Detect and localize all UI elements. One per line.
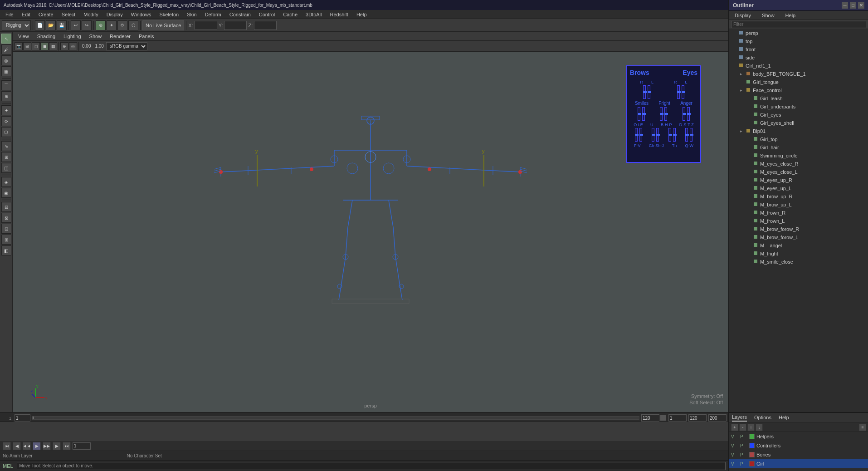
tree-item-0[interactable]: persp [729,29,868,37]
layer-p-1[interactable]: P [740,443,747,448]
y-input[interactable] [224,21,247,30]
menu-item-windows[interactable]: Windows [127,11,155,18]
layer-row-3[interactable]: VPGirl [729,459,868,468]
viewport-menu-shading[interactable]: Shading [34,33,59,40]
menu-item-redshift[interactable]: Redshift [327,11,352,18]
tree-item-8[interactable]: Girl_leash [729,94,868,103]
layer-menu-btn[interactable]: ≡ [859,424,866,431]
skip-end-btn[interactable]: ⏭ [63,442,71,450]
layer-del-btn[interactable]: - [739,424,746,431]
menu-item-skin[interactable]: Skin [183,11,200,18]
layer-p-2[interactable]: P [740,452,747,457]
layers-tab-layers[interactable]: Layers [732,414,747,422]
open-scene-btn[interactable]: 📂 [46,20,56,30]
tree-item-23[interactable]: M_frown_L [729,217,868,225]
outliner-close[interactable]: ✕ [858,2,864,9]
viewport-menu-renderer[interactable]: Renderer [106,33,134,40]
layer-btn5[interactable]: ◧ [1,245,11,255]
tree-item-9[interactable]: Girl_underpants [729,103,868,111]
layer-dn-btn[interactable]: ↓ [756,424,763,431]
tree-item-18[interactable]: M_eyes_up_R [729,176,868,184]
play-fwd-btn[interactable]: ▶ [33,442,41,450]
layer-add-btn[interactable]: + [731,424,738,431]
layer-v-3[interactable]: V [731,461,738,466]
tree-item-22[interactable]: M_frown_R [729,209,868,217]
select-tool-btn[interactable]: ⊕ [96,20,106,30]
tree-item-13[interactable]: Girl_top [729,135,868,143]
layer-btn1[interactable]: ⊟ [1,202,11,212]
menu-item-skeleton[interactable]: Skeleton [156,11,182,18]
end-time-input[interactable] [688,414,707,422]
viewport-canvas[interactable]: y y Brows Eyes [13,52,728,412]
expand-icon-12[interactable]: ▸ [740,129,745,133]
menu-item-display[interactable]: Display [103,11,127,18]
layer-row-1[interactable]: VPControllers [729,441,868,450]
move-manip[interactable]: ✦ [1,105,11,115]
z-input[interactable] [254,21,277,30]
paint-tool[interactable]: 🖌 [1,44,11,54]
paint-select[interactable]: ⊕ [1,91,11,101]
tree-item-25[interactable]: M_brow_forow_L [729,233,868,241]
ipr-btn[interactable]: ◉ [1,188,11,198]
tree-item-24[interactable]: M_brow_forow_R [729,225,868,233]
layers-tab-help[interactable]: Help [779,415,789,421]
outliner-menu-display[interactable]: Display [731,12,755,19]
xray-btn[interactable]: ⊕ [60,42,68,50]
menu-item-3dtoall[interactable]: 3DtoAll [302,11,325,18]
layer-up-btn[interactable]: ↑ [747,424,755,431]
menu-item-help[interactable]: Help [353,11,371,18]
move-tool-btn[interactable]: ✦ [107,20,117,30]
viewport-menu-show[interactable]: Show [86,33,106,40]
tree-item-20[interactable]: M_brow_up_R [729,192,868,201]
tree-item-19[interactable]: M_eyes_up_L [729,184,868,192]
menu-item-create[interactable]: Create [35,11,57,18]
prev-frame-btn[interactable]: ◀ [13,442,21,450]
tree-item-10[interactable]: Girl_eyes [729,111,868,119]
viewport-menu-lighting[interactable]: Lighting [60,33,85,40]
tree-item-11[interactable]: Girl_eyes_shell [729,119,868,127]
tree-item-21[interactable]: M_brow_up_L [729,201,868,209]
range-end-input[interactable] [708,414,727,422]
layer-p-3[interactable]: P [740,461,747,466]
range-start-input[interactable] [15,414,30,422]
outliner-menu-help[interactable]: Help [782,12,800,19]
current-time-input[interactable] [668,414,687,422]
tree-item-5[interactable]: ▸body_BFB_TONGUE_1 [729,70,868,78]
anger-label[interactable]: Anger [680,101,692,106]
play-fwd-fast-btn[interactable]: ▶▶ [43,442,51,450]
mode-dropdown[interactable]: Rigging [2,20,31,30]
tree-item-7[interactable]: ▸Face_control [729,86,868,94]
redo-btn[interactable]: ↪ [82,20,92,30]
tree-item-1[interactable]: top [729,37,868,45]
expand-icon-5[interactable]: ▸ [740,72,745,76]
texture-btn[interactable]: ▦ [49,42,57,50]
tree-item-27[interactable]: M_fright [729,250,868,258]
timeline-scrubber[interactable] [32,416,639,420]
menu-item-control[interactable]: Control [255,11,278,18]
scale-manip[interactable]: ⬡ [1,127,11,137]
tree-item-28[interactable]: M_smile_close [729,258,868,266]
tree-item-12[interactable]: ▸Bip01 [729,127,868,135]
layer-v-1[interactable]: V [731,443,738,448]
joint-tool[interactable]: ⊞ [1,152,11,162]
display-end-input[interactable] [641,414,659,422]
menu-item-select[interactable]: Select [58,11,79,18]
layer-btn2[interactable]: ⊠ [1,213,11,223]
cloth-tool[interactable]: ▦ [1,66,11,76]
menu-item-edit[interactable]: Edit [18,11,34,18]
save-scene-btn[interactable]: 💾 [57,20,67,30]
menu-item-modify[interactable]: Modify [80,11,102,18]
undo-btn[interactable]: ↩ [71,20,81,30]
outliner-menu-show[interactable]: Show [758,12,778,19]
tree-item-17[interactable]: M_eyes_close_L [729,168,868,176]
rotate-tool-btn[interactable]: ⟳ [117,20,127,30]
menu-item-deform[interactable]: Deform [201,11,225,18]
tree-item-15[interactable]: Swimming_circle [729,152,868,160]
isolate-btn[interactable]: ◎ [69,42,77,50]
render-btn[interactable]: ◈ [1,177,11,187]
play-back-btn[interactable]: ◄◄ [23,442,31,450]
tree-item-3[interactable]: side [729,54,868,62]
layer-v-0[interactable]: V [731,434,738,439]
grid-btn[interactable]: ⊞ [23,42,31,50]
new-scene-btn[interactable]: 📄 [35,20,45,30]
